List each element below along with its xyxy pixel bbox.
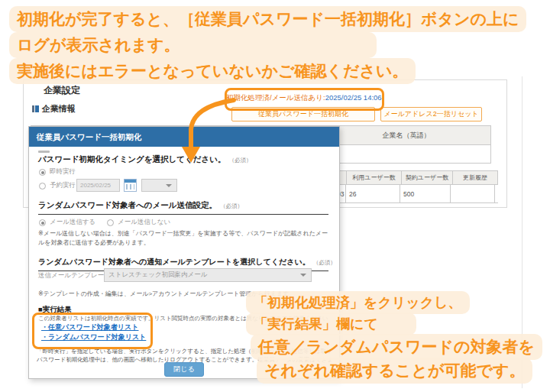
table-header-cell-update-history: 更新履歴: [453, 171, 498, 184]
required-badge: （必須）: [228, 157, 251, 164]
template-select-label: 送信メールテンプレート: [38, 271, 111, 280]
radio-scheduled-label[interactable]: 予約実行: [50, 181, 76, 190]
annotation-top-line1: 初期化が完了すると、［従業員パスワード一括初期化］ボタンの上に: [9, 6, 526, 32]
mail-setting-note: ※メール送信しない場合は、別途「パスワード一括変更」を実施する等で、パスワードが…: [38, 229, 330, 247]
scheduled-date-input[interactable]: 2025/02/25: [76, 179, 120, 192]
radio-scheduled[interactable]: [39, 183, 46, 190]
table-row: 03 26 500: [334, 184, 498, 203]
section-company-info-label: 企業情報: [42, 103, 76, 115]
grid-icon: [32, 105, 39, 112]
calendar-icon-topbar: [125, 180, 136, 183]
radio-mail-no-send-label[interactable]: メール送信しない: [118, 218, 170, 227]
annotation-bottom-line1: 「初期化処理済」をクリックし、: [246, 291, 470, 314]
chevron-down-icon: [166, 184, 172, 187]
table-header-cell-active-users: 利用ユーザー数: [347, 171, 402, 184]
modal-title-bar: 従業員パスワード一括初期化: [29, 127, 339, 147]
mail-setting-section-heading: ランダムパスワード対象者へのメール送信設定。（必須）: [38, 200, 328, 215]
email2-bulk-reset-button[interactable]: メールアドレス2一括リセット: [380, 107, 482, 121]
calendar-icon-grid: [126, 184, 134, 190]
timing-section-heading: パスワード初期化タイミングを選択してください。（必須）: [38, 154, 328, 165]
annotation-bottom-line4: それぞれ確認することが可能です。: [257, 358, 532, 384]
radio-immediate[interactable]: [39, 169, 46, 176]
annotation-top-line3: 実施後にはエラーとなっていないかご確認ください。: [9, 58, 416, 84]
annotation-log-highlight-box: [225, 88, 384, 111]
page-title: 企業設定: [44, 84, 80, 97]
radio-immediate-label[interactable]: 即時実行: [50, 167, 76, 177]
required-badge: （必須）: [220, 202, 243, 209]
table-header-cell-company-name-en: 企業名（英語）: [322, 126, 490, 144]
mail-template-selected-value: ストレスチェック初回案内メール: [108, 271, 208, 280]
timing-heading-text: パスワード初期化タイミングを選択してください。: [38, 154, 225, 164]
mail-template-select[interactable]: ストレスチェック初回案内メール: [104, 268, 312, 282]
clipped-text-fragment: [38, 151, 50, 153]
template-heading-text: ランダムパスワード対象者への通知メールテンプレートを選択してください。: [38, 258, 310, 266]
scheduled-time-select[interactable]: [141, 179, 177, 192]
chevron-down-icon: [300, 274, 306, 277]
annotation-top-line2: ログが表示されます。: [9, 32, 377, 58]
user-counts-table: 利用ユーザー数 契約ユーザー数 更新履歴 03 26 500: [334, 170, 498, 203]
screenshot-root: 企業設定 企業情報 初期化処理済/メール送信あり:2025/02/25 14:0…: [0, 0, 550, 392]
mail-setting-heading-text: ランダムパスワード対象者へのメール送信設定。: [38, 200, 217, 209]
radio-mail-send-label[interactable]: メール送信する: [50, 218, 95, 227]
table-cell-contract-users: 500: [400, 185, 451, 202]
close-button[interactable]: 閉じる: [164, 362, 204, 377]
annotation-bottom-line2: 「実行結果」欄にて: [246, 313, 416, 335]
table-cell: [322, 145, 490, 163]
required-badge: （必須）: [313, 259, 336, 266]
calendar-icon[interactable]: [124, 179, 137, 192]
annotation-bottom-line3: 任意／ランダムパスワードの対象者を: [251, 334, 542, 360]
table-header-row: 利用ユーザー数 契約ユーザー数 更新履歴: [334, 170, 498, 184]
table-cell-active-users: 26: [346, 185, 400, 202]
annotation-links-highlight-box: [32, 313, 153, 349]
table-cell-update-history: [451, 185, 495, 202]
table-header-cell-contract-users: 契約ユーザー数: [402, 171, 453, 184]
radio-mail-send[interactable]: [39, 219, 46, 226]
radio-mail-no-send[interactable]: [107, 219, 114, 226]
